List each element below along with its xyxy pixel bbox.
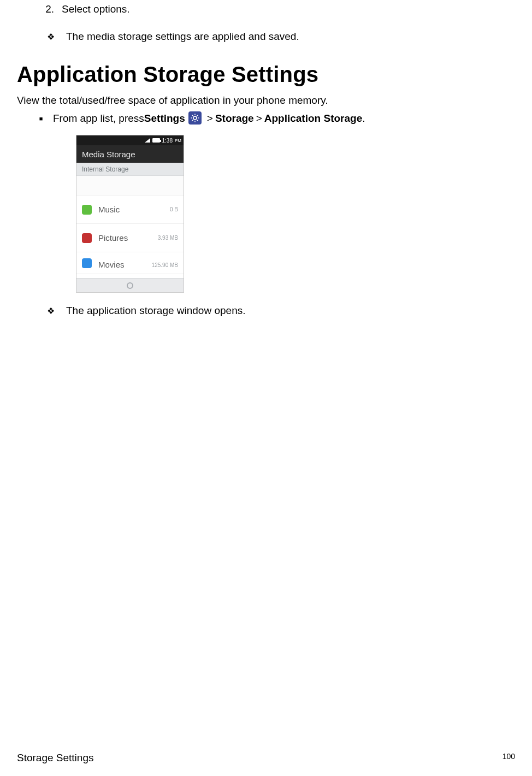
phone-screenshot: 1:38 PM Media Storage Internal Storage M… [76,135,184,293]
nav-bar [76,278,184,292]
signal-icon [145,138,150,143]
result-2-text: The application storage window opens. [66,305,245,317]
application-storage-label: Application Storage [264,112,362,125]
media-label-pictures: Pictures [98,233,158,242]
instruction-line: ■ From app list, press Settings > Storag… [38,112,515,125]
swatch-pictures-icon [82,233,92,243]
spacer-row [76,176,184,196]
status-bar: 1:38 PM [76,135,184,145]
page-footer: Storage Settings 100 [17,752,515,764]
settings-icon [188,111,202,125]
gt-2: > [256,112,262,125]
clover-bullet-icon: ❖ [45,32,56,42]
home-icon [127,282,133,289]
media-row-movies: Movies 125.90 MB [76,252,184,274]
swatch-music-icon [82,205,92,215]
media-row-pictures: Pictures 3.93 MB [76,224,184,252]
instruction-prefix: From app list, press [53,112,144,125]
status-time: 1:38 [162,138,173,144]
result-line-1: ❖ The media storage settings are applied… [45,31,515,43]
storage-label: Storage [215,112,254,125]
media-label-music: Music [98,205,170,214]
media-size-pictures: 3.93 MB [158,235,178,241]
settings-label: Settings [144,112,185,125]
instruction-text: From app list, press Settings > Storage … [53,112,365,125]
media-size-movies: 125.90 MB [152,262,178,268]
screen-title: Media Storage [76,145,184,163]
svg-point-0 [193,116,197,120]
media-label-movies: Movies [98,260,152,269]
intro-text: View the total/used/free space of applic… [17,94,515,106]
screen-subheader: Internal Storage [76,163,184,176]
media-size-music: 0 B [170,206,178,212]
result-line-2: ❖ The application storage window opens. [45,305,515,317]
section-heading: Application Storage Settings [17,62,515,87]
gt-1: > [207,112,213,125]
media-row-music: Music 0 B [76,196,184,224]
period: . [362,112,365,125]
step-text: Select options. [62,3,130,15]
footer-section: Storage Settings [17,752,93,764]
status-ampm: PM [175,138,181,143]
result-1-text: The media storage settings are applied a… [66,31,299,43]
step-number: 2. [38,3,54,15]
step-2-line: 2. Select options. [38,3,515,15]
swatch-movies-icon [82,258,92,268]
battery-icon [152,138,160,143]
footer-page-number: 100 [503,752,515,764]
square-bullet-icon: ■ [38,115,44,122]
clover-bullet-icon-2: ❖ [45,306,56,316]
